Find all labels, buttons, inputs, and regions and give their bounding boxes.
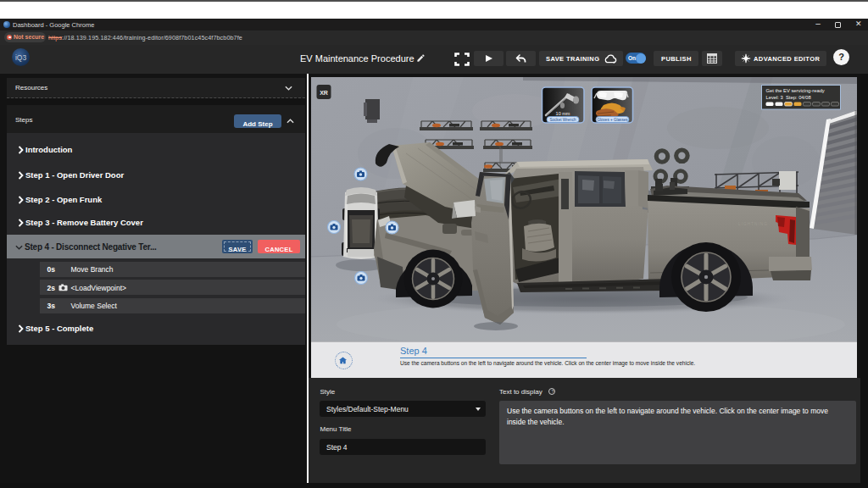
svg-text:Get the EV servicing-ready: Get the EV servicing-ready	[765, 88, 824, 93]
svg-text:Socket Wrench: Socket Wrench	[549, 118, 576, 122]
svg-text:Level: 3: Level: 3	[765, 95, 782, 100]
svg-text:Gloves + Glasses: Gloves + Glasses	[597, 118, 628, 122]
svg-text:XR: XR	[320, 90, 328, 96]
svg-text:10 mm: 10 mm	[555, 111, 570, 116]
svg-text:Step: 04/08: Step: 04/08	[786, 95, 811, 100]
svg-text:LIGHTNING: LIGHTNING	[738, 222, 768, 226]
